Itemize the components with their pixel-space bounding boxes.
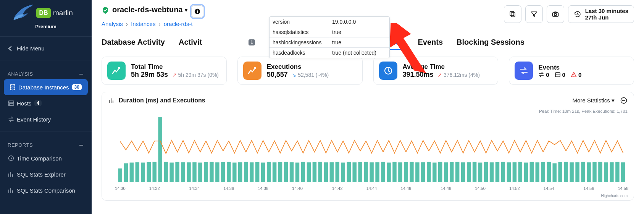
copy-button[interactable] (504, 5, 521, 23)
bar-chart-icon (8, 187, 17, 194)
card-value: 5h 29m 53s (131, 71, 168, 79)
database-icon (9, 84, 18, 91)
svg-rect-6 (8, 104, 14, 105)
sidebar-item-label: SQL Stats Explorer (17, 171, 66, 178)
chart-credit: Highcharts.com (102, 194, 634, 200)
svg-rect-97 (530, 162, 534, 182)
svg-rect-66 (352, 162, 356, 182)
tab-database-activity[interactable]: Database Activity (102, 38, 165, 50)
card-value: 50,557 (267, 71, 288, 79)
caret-down-icon: ▾ (612, 97, 615, 104)
svg-rect-98 (536, 162, 539, 182)
svg-rect-14 (511, 13, 515, 17)
svg-rect-81 (438, 162, 442, 182)
time-range-button[interactable]: Last 30 minutes 27th Jun (568, 5, 634, 23)
breadcrumb-current[interactable]: oracle-rds-t (164, 21, 193, 27)
bar-chart-icon (108, 97, 115, 104)
topbar: oracle-rds-webtuna ▾ Last 30 minutes 27t… (92, 0, 644, 18)
svg-rect-104 (570, 162, 573, 182)
more-statistics-button[interactable]: More Statistics ▾ (572, 97, 615, 104)
svg-rect-75 (404, 162, 408, 182)
chart[interactable]: 14:3014:3214:3414:3614:3814:4014:4214:44… (102, 113, 634, 194)
chart-up-icon (107, 62, 126, 80)
sidebar-item-label: SQL Stats Comparison (17, 187, 75, 194)
info-button[interactable] (191, 5, 203, 18)
svg-rect-91 (496, 162, 499, 182)
svg-rect-74 (398, 162, 402, 182)
svg-rect-100 (547, 162, 550, 182)
breadcrumb-analysis[interactable]: Analysis (102, 21, 123, 27)
sidebar-item-database-instances[interactable]: Database Instances 30 (4, 79, 88, 95)
sidebar-item-event-history[interactable]: Event History (0, 111, 92, 127)
svg-rect-51 (267, 162, 271, 182)
svg-text:14:42: 14:42 (332, 186, 343, 191)
tab-events[interactable]: Events (418, 38, 443, 50)
svg-rect-13 (197, 11, 198, 13)
calendar-icon (555, 71, 561, 78)
svg-rect-67 (358, 162, 362, 182)
minus-circle-icon (620, 97, 628, 104)
svg-rect-53 (278, 162, 282, 182)
sidebar-item-sql-stats-explorer[interactable]: SQL Stats Explorer (0, 166, 92, 182)
svg-rect-87 (473, 162, 476, 182)
svg-rect-30 (147, 162, 150, 182)
svg-rect-29 (141, 162, 145, 182)
svg-rect-58 (307, 162, 311, 182)
info-key: hasblockingsessions (270, 37, 329, 47)
card-executions: Executions 50,557 ↘ 52,581 (-4%) (237, 57, 363, 85)
svg-rect-32 (158, 117, 162, 182)
svg-point-7 (9, 102, 10, 102)
svg-text:14:44: 14:44 (366, 186, 377, 191)
hide-menu[interactable]: Hide Menu (0, 41, 92, 56)
info-val: true (329, 37, 389, 47)
main: oracle-rds-webtuna ▾ Last 30 minutes 27t… (92, 0, 644, 214)
snapshot-button[interactable] (547, 5, 564, 23)
svg-rect-26 (124, 163, 128, 182)
svg-rect-68 (364, 162, 368, 182)
svg-point-12 (197, 10, 198, 10)
svg-rect-39 (198, 162, 202, 182)
svg-rect-44 (227, 162, 231, 182)
sidebar-item-label: Event History (17, 116, 51, 123)
svg-text:14:32: 14:32 (149, 186, 160, 191)
collapse-button[interactable] (620, 97, 628, 104)
bar-chart-icon (8, 171, 17, 178)
svg-rect-47 (244, 162, 248, 182)
card-title: Events (538, 64, 581, 71)
svg-rect-48 (250, 162, 253, 182)
analysis-section[interactable]: ANALYSIS (0, 64, 92, 79)
svg-rect-95 (518, 162, 522, 182)
tab-activity-truncated[interactable]: Activit (179, 38, 202, 50)
server-icon (8, 100, 17, 107)
reports-section[interactable]: REPORTS (0, 135, 92, 150)
sidebar-item-sql-stats-comparison[interactable]: SQL Stats Comparison (0, 182, 92, 198)
instance-selector[interactable]: oracle-rds-webtuna ▾ (112, 5, 187, 14)
svg-rect-84 (455, 162, 459, 182)
chevron-right-icon: › (126, 21, 128, 27)
chevron-down-icon: ▾ (185, 7, 187, 13)
svg-rect-62 (330, 162, 334, 182)
info-val: 19.0.0.0.0 (329, 17, 389, 27)
sidebar-item-time-comparison[interactable]: Time Comparison (0, 150, 92, 166)
tab-blocking-sessions[interactable]: Blocking Sessions (457, 38, 525, 50)
breadcrumb-instances[interactable]: Instances (131, 21, 155, 27)
svg-rect-34 (169, 162, 173, 182)
svg-rect-106 (581, 162, 585, 182)
arrow-up-icon: ↗ (172, 72, 177, 78)
chart-title: Duration (ms) and Executions (108, 97, 205, 104)
arrow-up-icon: ↗ (437, 72, 442, 78)
events-warning: 0 (571, 71, 581, 78)
warning-icon (571, 71, 577, 78)
svg-text:14:38: 14:38 (258, 186, 268, 191)
hide-menu-label: Hide Menu (17, 45, 45, 52)
svg-rect-85 (461, 162, 465, 182)
sidebar-item-label: Database Instances (18, 84, 69, 91)
tab-hidden[interactable]: 1 (249, 38, 255, 50)
svg-rect-103 (564, 162, 568, 182)
card-prev: 376.12ms (4%) (444, 72, 480, 78)
time-range-line1: Last 30 minutes (585, 8, 628, 14)
svg-rect-76 (410, 162, 413, 182)
sidebar-item-hosts[interactable]: Hosts 4 (0, 95, 92, 111)
svg-rect-33 (164, 162, 168, 182)
filter-button[interactable] (525, 5, 543, 23)
